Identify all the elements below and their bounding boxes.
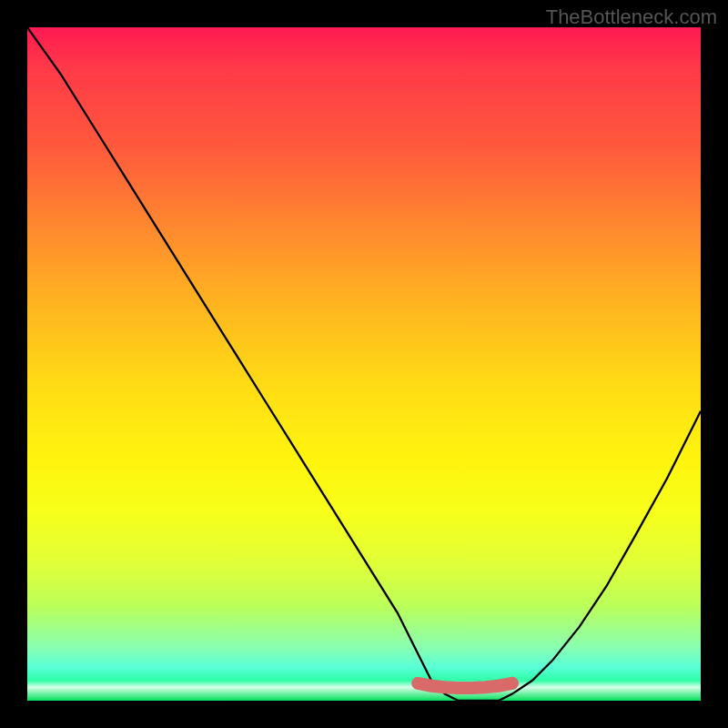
- bottleneck-curve-line: [27, 27, 701, 701]
- watermark-text: TheBottleneck.com: [546, 5, 717, 29]
- optimal-range-marker: [418, 683, 512, 688]
- optimal-range-end-dot: [506, 677, 519, 690]
- chart-svg: [27, 27, 701, 701]
